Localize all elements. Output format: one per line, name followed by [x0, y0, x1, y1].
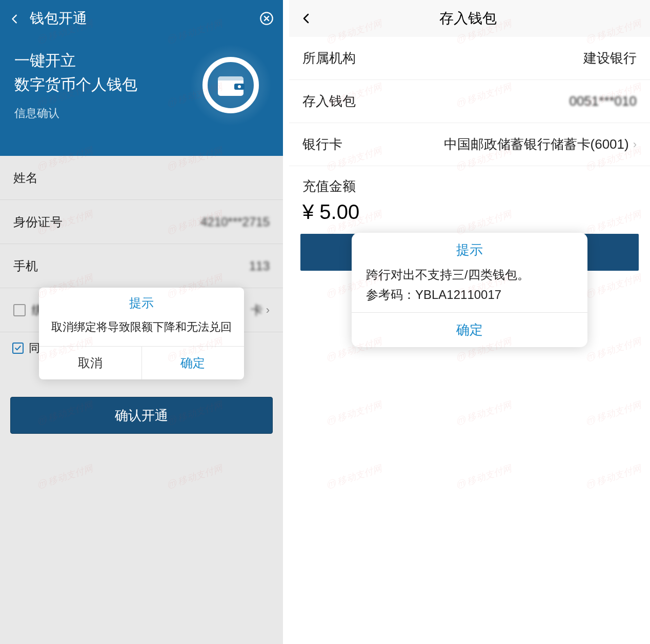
bind-value: 卡: [251, 302, 263, 318]
dialog-ok-button[interactable]: 确定: [142, 347, 245, 379]
name-label: 姓名: [13, 170, 38, 186]
id-value: 4210***2715: [63, 215, 270, 229]
phone-value: 113: [38, 259, 270, 273]
phone-row[interactable]: 手机 113: [0, 244, 283, 288]
dialog-message: 跨行对出不支持三/四类钱包。: [352, 264, 587, 287]
chevron-right-icon: ›: [633, 138, 637, 151]
amount-label: 充值金额: [289, 166, 650, 197]
dialog-message: 取消绑定将导致限额下降和无法兑回: [39, 314, 244, 346]
confirm-open-label: 确认开通: [115, 407, 168, 425]
dialog-title: 提示: [39, 288, 244, 314]
dialog-ok-button[interactable]: 确定: [352, 312, 587, 347]
check-icon: [14, 344, 22, 352]
phone-label: 手机: [13, 258, 38, 274]
id-row[interactable]: 身份证号 4210***2715: [0, 200, 283, 244]
hero-wallet-badge: [190, 44, 272, 126]
svg-point-4: [238, 85, 241, 88]
agree-checkbox[interactable]: [12, 343, 24, 354]
dialog-code-row: 参考码：YBLA12110017: [352, 287, 587, 312]
alert-dialog: 提示 取消绑定将导致限额下降和无法兑回 取消 确定: [39, 288, 244, 379]
name-row[interactable]: 姓名: [0, 156, 283, 200]
wallet-label: 存入钱包: [302, 92, 356, 110]
header: 存入钱包: [289, 0, 650, 37]
screen-deposit: 存入钱包 所属机构 建设银行 存入钱包 0051***010 银行卡 中国邮政储…: [289, 0, 650, 644]
org-row: 所属机构 建设银行: [289, 37, 650, 80]
alert-dialog: 提示 跨行对出不支持三/四类钱包。 参考码：YBLA12110017 确定: [352, 233, 587, 347]
bank-card-row[interactable]: 银行卡 中国邮政储蓄银行储蓄卡(6001) ›: [289, 123, 650, 166]
hero: 一键开立 数字货币个人钱包 信息确认: [0, 37, 283, 156]
wallet-icon: [217, 73, 245, 97]
dialog-code-label: 参考码：: [366, 288, 415, 301]
dialog-title: 提示: [352, 233, 587, 264]
wallet-value: 0051***010: [356, 93, 637, 109]
header: 钱包开通: [0, 0, 283, 37]
amount-value[interactable]: ¥ 5.00: [289, 197, 650, 234]
chevron-left-icon: [9, 13, 21, 25]
card-value: 中国邮政储蓄银行储蓄卡(6001): [342, 135, 629, 153]
chevron-right-icon: ›: [266, 304, 270, 317]
org-label: 所属机构: [302, 49, 356, 67]
id-label: 身份证号: [13, 214, 63, 230]
close-button[interactable]: [259, 11, 274, 26]
dialog-cancel-button[interactable]: 取消: [39, 347, 142, 379]
confirm-open-button[interactable]: 确认开通: [10, 397, 273, 434]
close-circle-icon: [259, 11, 274, 26]
back-button[interactable]: [9, 9, 21, 29]
bind-checkbox[interactable]: [13, 304, 26, 316]
page-title: 钱包开通: [30, 9, 259, 28]
svg-rect-2: [218, 76, 243, 80]
card-label: 银行卡: [302, 135, 342, 153]
dialog-code: YBLA12110017: [415, 288, 501, 301]
org-value: 建设银行: [356, 49, 637, 67]
wallet-row: 存入钱包 0051***010: [289, 80, 650, 123]
screen-wallet-open: 钱包开通 一键开立 数字货币个人钱包 信息确认 姓名 身份证号 4210**: [0, 0, 283, 644]
page-title: 存入钱包: [297, 9, 639, 28]
